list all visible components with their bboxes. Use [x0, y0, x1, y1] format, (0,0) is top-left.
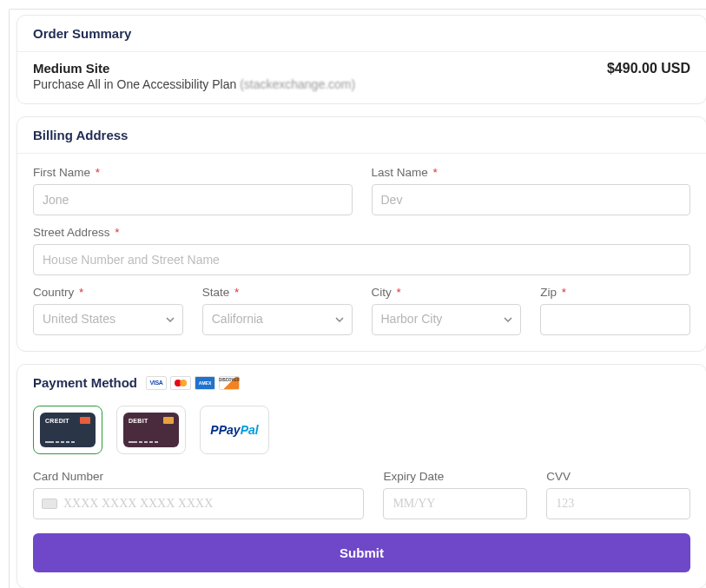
card-brand-strip: VISA AMEX DISCOVER	[146, 376, 240, 390]
order-title: Medium Site	[33, 61, 355, 76]
order-desc: Purchase All in One Accessibility Plan (…	[33, 77, 355, 91]
expiry-label: Expiry Date	[383, 470, 527, 483]
cvv-label: CVV	[546, 470, 690, 483]
payment-option-credit[interactable]: CREDIT	[33, 406, 102, 454]
zip-field[interactable]	[540, 304, 690, 335]
billing-card: Billing Address First Name * Last Name *…	[16, 116, 706, 352]
payment-header: Payment Method	[33, 375, 137, 390]
order-summary-header: Order Summary	[17, 16, 706, 52]
street-field[interactable]	[33, 244, 690, 275]
first-name-label: First Name *	[33, 166, 353, 179]
street-label: Street Address *	[33, 226, 690, 239]
order-info: Medium Site Purchase All in One Accessib…	[33, 61, 355, 91]
card-number-label: Card Number	[33, 470, 364, 483]
city-label: City *	[372, 286, 522, 299]
cvv-field[interactable]	[546, 488, 690, 519]
payment-options: CREDIT DEBIT PPayPal	[33, 390, 690, 470]
state-select[interactable]: California	[202, 304, 353, 335]
payment-option-debit[interactable]: DEBIT	[116, 406, 186, 454]
card-icon	[42, 499, 57, 509]
visa-icon: VISA	[146, 376, 167, 390]
credit-card-icon: CREDIT	[40, 413, 96, 447]
debit-card-icon: DEBIT	[123, 413, 179, 447]
order-row: Medium Site Purchase All in One Accessib…	[17, 52, 706, 103]
submit-button[interactable]: Submit	[33, 533, 690, 572]
first-name-field[interactable]	[33, 184, 353, 215]
last-name-field[interactable]	[372, 184, 691, 215]
card-number-field[interactable]	[33, 488, 364, 519]
last-name-label: Last Name *	[372, 166, 691, 179]
zip-label: Zip *	[540, 286, 690, 299]
country-value: United States	[33, 304, 183, 335]
expiry-field[interactable]	[383, 488, 527, 519]
paypal-icon: PPayPal	[210, 423, 258, 437]
country-label: Country *	[33, 286, 183, 299]
country-select[interactable]: United States	[33, 304, 183, 335]
order-summary-card: Order Summary Medium Site Purchase All i…	[16, 15, 706, 104]
mastercard-icon	[170, 376, 191, 390]
order-price: $490.00 USD	[607, 61, 690, 76]
payment-card: Payment Method VISA AMEX DISCOVER CREDIT	[16, 364, 706, 588]
order-desc-text: Purchase All in One Accessibility Plan	[33, 77, 240, 91]
amex-icon: AMEX	[195, 376, 215, 390]
city-value: Harbor City	[372, 304, 522, 335]
order-domain: (stackexchange.com)	[240, 77, 355, 91]
state-value: California	[202, 304, 353, 335]
payment-option-paypal[interactable]: PPayPal	[200, 406, 269, 454]
state-label: State *	[202, 286, 353, 299]
city-select[interactable]: Harbor City	[372, 304, 522, 335]
discover-icon: DISCOVER	[219, 376, 240, 390]
billing-header: Billing Address	[17, 117, 706, 154]
